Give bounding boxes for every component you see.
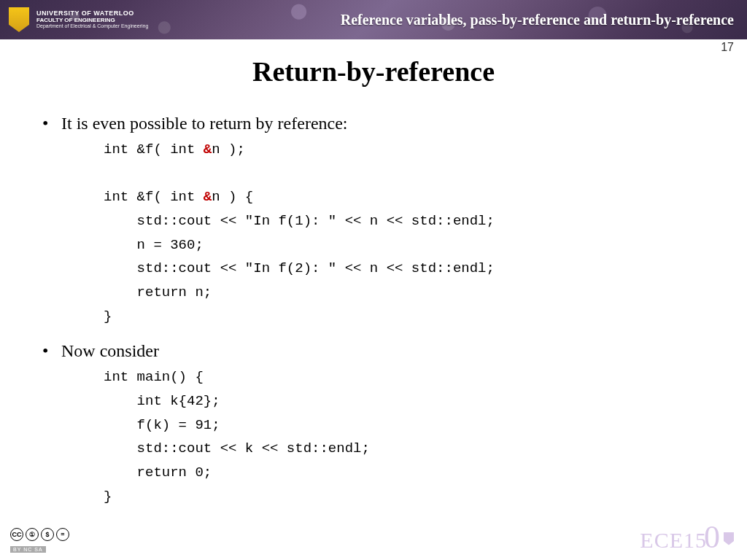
code-block-2: int main() { int k{42}; f(k) = 91; std::… (104, 365, 703, 508)
nc-icon: $ (41, 528, 54, 541)
course-code-big: 0 (704, 524, 721, 550)
page-number: 17 (721, 41, 734, 54)
department-name: Department of Electrical & Computer Engi… (36, 23, 148, 28)
by-icon: ① (26, 528, 39, 541)
slide-content: It is even possible to return by referen… (0, 88, 747, 508)
sa-icon: = (56, 528, 69, 541)
course-code: ECE15 (640, 528, 707, 553)
ampersand-highlight: & (204, 141, 212, 158)
slide-title: Return-by-reference (0, 55, 747, 88)
slide-header: UNIVERSITY OF WATERLOO FACULTY OF ENGINE… (0, 0, 747, 39)
cc-icon: CC (10, 528, 23, 541)
cc-license: CC ① $ = BY NC SA (10, 528, 69, 554)
course-logo: ECE150 (640, 524, 734, 553)
cc-label: BY NC SA (10, 546, 46, 553)
bullet-1: It is even possible to return by referen… (61, 114, 703, 133)
university-crest-icon (9, 7, 29, 32)
ampersand-highlight: & (204, 189, 212, 205)
bullet-2: Now consider (61, 341, 703, 361)
course-crest-icon (724, 532, 734, 545)
slide: UNIVERSITY OF WATERLOO FACULTY OF ENGINE… (0, 0, 747, 560)
institution-block: UNIVERSITY OF WATERLOO FACULTY OF ENGINE… (36, 10, 148, 28)
code-block-1: int &f( int &n ); int &f( int &n ) { std… (104, 138, 703, 328)
faculty-name: FACULTY OF ENGINEERING (36, 18, 148, 23)
header-topic: Reference variables, pass-by-reference a… (148, 12, 734, 28)
